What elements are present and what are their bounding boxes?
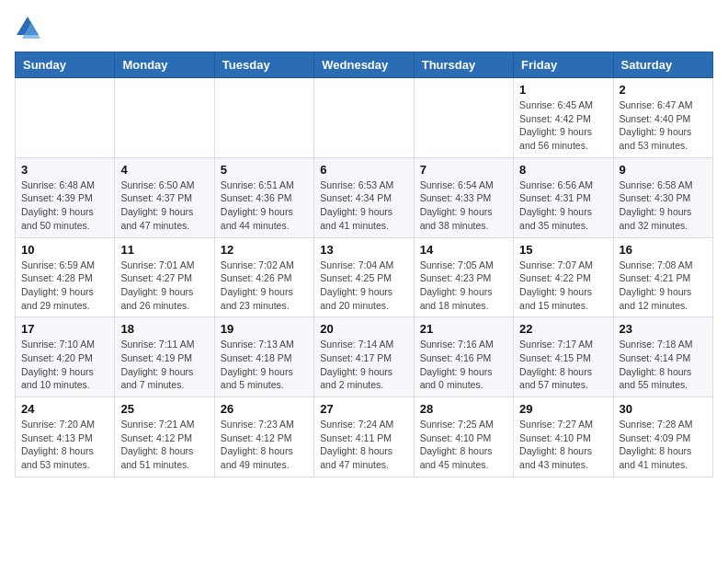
calendar-day-12: 12Sunrise: 7:02 AM Sunset: 4:26 PM Dayli… bbox=[214, 237, 313, 317]
day-info: Sunrise: 7:04 AM Sunset: 4:25 PM Dayligh… bbox=[320, 259, 407, 313]
calendar-day-25: 25Sunrise: 7:21 AM Sunset: 4:12 PM Dayli… bbox=[115, 397, 214, 477]
day-number: 27 bbox=[320, 402, 407, 416]
page-header bbox=[15, 15, 713, 40]
calendar-day-20: 20Sunrise: 7:14 AM Sunset: 4:17 PM Dayli… bbox=[314, 317, 414, 397]
calendar-day-8: 8Sunrise: 6:56 AM Sunset: 4:31 PM Daylig… bbox=[514, 157, 613, 237]
calendar-day-2: 2Sunrise: 6:47 AM Sunset: 4:40 PM Daylig… bbox=[613, 78, 712, 158]
day-number: 7 bbox=[420, 163, 507, 177]
day-number: 9 bbox=[620, 163, 707, 177]
day-number: 10 bbox=[21, 243, 108, 257]
calendar-day-4: 4Sunrise: 6:50 AM Sunset: 4:37 PM Daylig… bbox=[115, 157, 214, 237]
calendar-header-monday: Monday bbox=[115, 52, 214, 78]
calendar-week-row: 24Sunrise: 7:20 AM Sunset: 4:13 PM Dayli… bbox=[16, 397, 713, 477]
day-number: 16 bbox=[620, 243, 707, 257]
calendar-week-row: 10Sunrise: 6:59 AM Sunset: 4:28 PM Dayli… bbox=[16, 237, 713, 317]
day-number: 5 bbox=[221, 163, 308, 177]
calendar-day-22: 22Sunrise: 7:17 AM Sunset: 4:15 PM Dayli… bbox=[514, 317, 613, 397]
day-info: Sunrise: 7:18 AM Sunset: 4:14 PM Dayligh… bbox=[620, 338, 707, 392]
calendar-day-17: 17Sunrise: 7:10 AM Sunset: 4:20 PM Dayli… bbox=[16, 317, 115, 397]
day-info: Sunrise: 7:14 AM Sunset: 4:17 PM Dayligh… bbox=[320, 338, 407, 392]
day-number: 30 bbox=[620, 402, 707, 416]
day-number: 22 bbox=[519, 322, 607, 336]
day-number: 1 bbox=[519, 83, 607, 97]
calendar-day-16: 16Sunrise: 7:08 AM Sunset: 4:21 PM Dayli… bbox=[613, 237, 712, 317]
day-number: 3 bbox=[21, 163, 108, 177]
calendar-day-27: 27Sunrise: 7:24 AM Sunset: 4:11 PM Dayli… bbox=[314, 397, 414, 477]
day-number: 29 bbox=[519, 402, 607, 416]
calendar-empty-cell bbox=[414, 78, 513, 158]
day-number: 13 bbox=[320, 243, 407, 257]
calendar-day-7: 7Sunrise: 6:54 AM Sunset: 4:33 PM Daylig… bbox=[414, 157, 513, 237]
day-info: Sunrise: 7:10 AM Sunset: 4:20 PM Dayligh… bbox=[21, 338, 108, 392]
calendar-day-19: 19Sunrise: 7:13 AM Sunset: 4:18 PM Dayli… bbox=[214, 317, 313, 397]
day-number: 12 bbox=[221, 243, 308, 257]
calendar-day-18: 18Sunrise: 7:11 AM Sunset: 4:19 PM Dayli… bbox=[115, 317, 214, 397]
day-info: Sunrise: 7:17 AM Sunset: 4:15 PM Dayligh… bbox=[519, 338, 607, 392]
day-number: 8 bbox=[519, 163, 607, 177]
day-info: Sunrise: 7:13 AM Sunset: 4:18 PM Dayligh… bbox=[221, 338, 308, 392]
calendar-day-14: 14Sunrise: 7:05 AM Sunset: 4:23 PM Dayli… bbox=[414, 237, 513, 317]
day-info: Sunrise: 6:58 AM Sunset: 4:30 PM Dayligh… bbox=[620, 178, 707, 233]
calendar-day-10: 10Sunrise: 6:59 AM Sunset: 4:28 PM Dayli… bbox=[16, 237, 115, 317]
day-info: Sunrise: 7:27 AM Sunset: 4:10 PM Dayligh… bbox=[519, 418, 607, 472]
calendar-day-13: 13Sunrise: 7:04 AM Sunset: 4:25 PM Dayli… bbox=[314, 237, 414, 317]
day-info: Sunrise: 7:23 AM Sunset: 4:12 PM Dayligh… bbox=[221, 418, 308, 472]
calendar-day-21: 21Sunrise: 7:16 AM Sunset: 4:16 PM Dayli… bbox=[414, 317, 513, 397]
day-number: 24 bbox=[21, 402, 108, 416]
calendar-day-26: 26Sunrise: 7:23 AM Sunset: 4:12 PM Dayli… bbox=[214, 397, 313, 477]
day-info: Sunrise: 7:28 AM Sunset: 4:09 PM Dayligh… bbox=[620, 418, 707, 472]
day-info: Sunrise: 7:20 AM Sunset: 4:13 PM Dayligh… bbox=[21, 418, 108, 472]
day-number: 23 bbox=[620, 322, 707, 336]
calendar-header-sunday: Sunday bbox=[16, 52, 115, 78]
day-number: 11 bbox=[120, 243, 208, 257]
day-number: 4 bbox=[120, 163, 208, 177]
day-info: Sunrise: 6:50 AM Sunset: 4:37 PM Dayligh… bbox=[120, 178, 208, 233]
calendar-day-15: 15Sunrise: 7:07 AM Sunset: 4:22 PM Dayli… bbox=[514, 237, 613, 317]
calendar-day-6: 6Sunrise: 6:53 AM Sunset: 4:34 PM Daylig… bbox=[314, 157, 414, 237]
calendar-empty-cell bbox=[214, 78, 313, 158]
logo-icon bbox=[15, 15, 40, 40]
calendar-day-24: 24Sunrise: 7:20 AM Sunset: 4:13 PM Dayli… bbox=[16, 397, 115, 477]
day-info: Sunrise: 7:25 AM Sunset: 4:10 PM Dayligh… bbox=[420, 418, 507, 472]
day-info: Sunrise: 7:16 AM Sunset: 4:16 PM Dayligh… bbox=[420, 338, 507, 392]
day-number: 15 bbox=[519, 243, 607, 257]
calendar-header-row: SundayMondayTuesdayWednesdayThursdayFrid… bbox=[16, 52, 713, 78]
day-info: Sunrise: 6:47 AM Sunset: 4:40 PM Dayligh… bbox=[620, 98, 707, 153]
day-info: Sunrise: 6:56 AM Sunset: 4:31 PM Dayligh… bbox=[519, 178, 607, 233]
day-info: Sunrise: 7:08 AM Sunset: 4:21 PM Dayligh… bbox=[620, 259, 707, 313]
calendar-day-23: 23Sunrise: 7:18 AM Sunset: 4:14 PM Dayli… bbox=[613, 317, 712, 397]
day-number: 2 bbox=[620, 83, 707, 97]
day-number: 14 bbox=[420, 243, 507, 257]
calendar-header-tuesday: Tuesday bbox=[214, 52, 313, 78]
calendar-day-11: 11Sunrise: 7:01 AM Sunset: 4:27 PM Dayli… bbox=[115, 237, 214, 317]
day-info: Sunrise: 7:24 AM Sunset: 4:11 PM Dayligh… bbox=[320, 418, 407, 472]
calendar-day-28: 28Sunrise: 7:25 AM Sunset: 4:10 PM Dayli… bbox=[414, 397, 513, 477]
calendar-empty-cell bbox=[16, 78, 115, 158]
day-info: Sunrise: 6:48 AM Sunset: 4:39 PM Dayligh… bbox=[21, 178, 108, 233]
day-number: 17 bbox=[21, 322, 108, 336]
day-number: 6 bbox=[320, 163, 407, 177]
logo bbox=[15, 15, 44, 40]
day-info: Sunrise: 6:53 AM Sunset: 4:34 PM Dayligh… bbox=[320, 178, 407, 233]
calendar-day-5: 5Sunrise: 6:51 AM Sunset: 4:36 PM Daylig… bbox=[214, 157, 313, 237]
day-info: Sunrise: 7:11 AM Sunset: 4:19 PM Dayligh… bbox=[120, 338, 208, 392]
day-info: Sunrise: 7:07 AM Sunset: 4:22 PM Dayligh… bbox=[519, 259, 607, 313]
day-info: Sunrise: 6:54 AM Sunset: 4:33 PM Dayligh… bbox=[420, 178, 507, 233]
calendar-empty-cell bbox=[314, 78, 414, 158]
day-info: Sunrise: 6:51 AM Sunset: 4:36 PM Dayligh… bbox=[221, 178, 308, 233]
day-info: Sunrise: 7:05 AM Sunset: 4:23 PM Dayligh… bbox=[420, 259, 507, 313]
day-number: 18 bbox=[120, 322, 208, 336]
calendar-day-9: 9Sunrise: 6:58 AM Sunset: 4:30 PM Daylig… bbox=[613, 157, 712, 237]
day-number: 21 bbox=[420, 322, 507, 336]
day-number: 20 bbox=[320, 322, 407, 336]
day-info: Sunrise: 7:01 AM Sunset: 4:27 PM Dayligh… bbox=[120, 259, 208, 313]
calendar-week-row: 3Sunrise: 6:48 AM Sunset: 4:39 PM Daylig… bbox=[16, 157, 713, 237]
calendar-empty-cell bbox=[115, 78, 214, 158]
day-info: Sunrise: 6:45 AM Sunset: 4:42 PM Dayligh… bbox=[519, 98, 607, 153]
day-info: Sunrise: 6:59 AM Sunset: 4:28 PM Dayligh… bbox=[21, 259, 108, 313]
calendar-day-29: 29Sunrise: 7:27 AM Sunset: 4:10 PM Dayli… bbox=[514, 397, 613, 477]
calendar-week-row: 17Sunrise: 7:10 AM Sunset: 4:20 PM Dayli… bbox=[16, 317, 713, 397]
calendar-header-wednesday: Wednesday bbox=[314, 52, 414, 78]
day-number: 28 bbox=[420, 402, 507, 416]
day-number: 19 bbox=[221, 322, 308, 336]
